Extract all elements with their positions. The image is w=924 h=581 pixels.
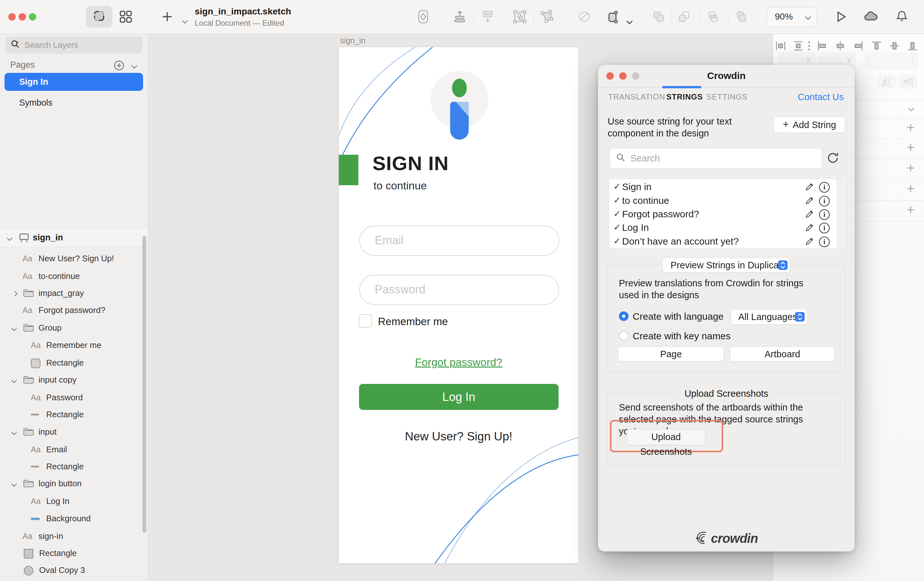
align-right-icon[interactable]: [853, 40, 864, 52]
edit-string-icon[interactable]: [805, 182, 815, 193]
distribute-horizontally-icon[interactable]: [775, 40, 786, 52]
add-shadow-button[interactable]: +: [907, 182, 915, 195]
string-row[interactable]: ✓ Log In i: [609, 220, 834, 234]
string-info-icon[interactable]: i: [819, 196, 830, 206]
rotation-field[interactable]: °: [865, 52, 918, 69]
collapsed-chevron-icon[interactable]: [13, 291, 16, 297]
edit-string-icon[interactable]: [805, 222, 815, 234]
edit-vector-icon[interactable]: [539, 9, 554, 25]
string-row[interactable]: ✓ Forgot password? i: [609, 207, 834, 221]
layer-row[interactable]: impact_gray: [0, 285, 141, 302]
create-with-language-radio[interactable]: [619, 311, 629, 321]
boolean-subtract-icon[interactable]: [676, 9, 692, 25]
zoom-window-button[interactable]: [29, 13, 36, 20]
layer-row[interactable]: input: [0, 423, 141, 440]
section-collapse-chevron[interactable]: [909, 106, 913, 112]
expanded-chevron-icon[interactable]: [12, 378, 16, 384]
add-fill-button[interactable]: +: [907, 141, 915, 154]
expanded-chevron-icon[interactable]: [12, 326, 16, 331]
search-layers-input[interactable]: [24, 40, 121, 50]
boolean-difference-icon[interactable]: [734, 9, 749, 25]
group-selection-icon[interactable]: [512, 9, 528, 25]
insert-chevron-button[interactable]: [177, 13, 193, 28]
string-info-icon[interactable]: i: [819, 237, 830, 247]
flip-horizontal-button[interactable]: [878, 75, 896, 89]
more-options-dots-icon[interactable]: [804, 40, 815, 52]
tab-strings[interactable]: STRINGS: [667, 87, 703, 107]
zoom-level-dropdown[interactable]: 90%: [767, 7, 817, 27]
layer-row[interactable]: Aasign-in: [0, 527, 141, 545]
layer-row[interactable]: AaNew User? Sign Up!: [0, 250, 141, 267]
align-center-horizontal-icon[interactable]: [835, 40, 846, 52]
sign-up-link[interactable]: New User? Sign Up!: [339, 430, 579, 443]
layer-row[interactable]: Rectangle: [0, 458, 141, 475]
strings-search-field[interactable]: [610, 148, 822, 169]
contact-us-link[interactable]: Contact Us: [798, 87, 844, 107]
resize-artboard-icon[interactable]: [606, 9, 621, 25]
cloud-share-button[interactable]: [863, 9, 878, 25]
log-in-button[interactable]: Log In: [359, 384, 559, 410]
layer-row[interactable]: Oval Copy 3: [0, 561, 141, 579]
layer-row[interactable]: AaForgot password?: [0, 301, 141, 319]
password-field[interactable]: Password: [359, 275, 559, 305]
collapse-chevron-icon[interactable]: [8, 236, 12, 242]
artboard-root-row[interactable]: sign_in: [0, 228, 148, 247]
add-page-button[interactable]: [113, 60, 125, 73]
search-layers-field[interactable]: [5, 36, 142, 54]
layer-row[interactable]: Rectangle: [0, 406, 141, 423]
layer-row[interactable]: AaPassword: [0, 389, 141, 406]
preview-strings-dropdown[interactable]: Preview Strings in Duplicate: [663, 258, 790, 273]
minimize-window-button[interactable]: [18, 13, 26, 20]
align-middle-vertical-icon[interactable]: [889, 40, 900, 52]
layer-row[interactable]: login button: [0, 475, 141, 492]
expanded-chevron-icon[interactable]: [12, 482, 16, 487]
refresh-strings-button[interactable]: [827, 152, 839, 166]
layer-row[interactable]: Rectangle: [0, 354, 141, 371]
string-row[interactable]: ✓ to continue i: [609, 194, 834, 207]
string-info-icon[interactable]: i: [819, 223, 830, 233]
layer-row[interactable]: Background: [0, 510, 141, 527]
tab-translation[interactable]: TRANSLATION: [608, 87, 665, 107]
artboard-button[interactable]: Artboard: [730, 347, 835, 361]
expanded-chevron-icon[interactable]: [12, 430, 16, 435]
add-string-button[interactable]: + Add String: [774, 117, 845, 133]
string-row[interactable]: ✓ Don’t have an account yet? i: [609, 234, 834, 248]
layer-row[interactable]: AaRemember me: [0, 336, 141, 354]
layer-row[interactable]: Aato-continue: [0, 267, 141, 285]
sidebar-page-sign-in[interactable]: Sign In: [5, 73, 143, 91]
pages-collapse-chevron[interactable]: [132, 63, 136, 69]
layer-row[interactable]: AaLog In: [0, 492, 141, 510]
sign-in-artboard[interactable]: SIGN IN to continue Email Password Remem…: [339, 47, 579, 563]
strings-search-input[interactable]: [630, 153, 804, 164]
rotate-tool-icon[interactable]: [576, 9, 592, 25]
sidebar-scrollbar[interactable]: [142, 236, 146, 533]
bring-forward-icon[interactable]: [452, 9, 467, 25]
layer-row[interactable]: Group: [0, 319, 141, 336]
email-field[interactable]: Email: [359, 226, 559, 256]
boolean-union-icon[interactable]: [651, 9, 667, 25]
distribute-vertically-icon[interactable]: [792, 40, 804, 52]
align-left-icon[interactable]: [817, 40, 828, 52]
send-backward-icon[interactable]: [480, 9, 495, 25]
canvas-view-toggle[interactable]: [86, 6, 112, 28]
align-bottom-icon[interactable]: [907, 40, 918, 52]
artboard-canvas-label[interactable]: sign_in: [340, 36, 365, 45]
string-info-icon[interactable]: i: [819, 182, 830, 193]
create-with-key-names-radio[interactable]: [619, 331, 629, 341]
notifications-bell-button[interactable]: [894, 9, 909, 25]
page-button[interactable]: Page: [618, 347, 724, 361]
edit-string-icon[interactable]: [805, 236, 815, 247]
sidebar-page-symbols[interactable]: Symbols: [5, 95, 143, 111]
layer-row[interactable]: Rectangle: [0, 545, 141, 562]
resize-chevron-icon[interactable]: [622, 13, 637, 29]
upload-screenshots-button[interactable]: Upload Screenshots: [627, 429, 706, 445]
strings-list-scrollbar[interactable]: [837, 179, 844, 248]
tab-settings[interactable]: SETTINGS: [706, 87, 747, 107]
edit-string-icon[interactable]: [805, 209, 815, 220]
language-dropdown[interactable]: All Languages: [731, 309, 807, 324]
boolean-intersect-icon[interactable]: [706, 9, 721, 25]
add-blur-button[interactable]: +: [907, 203, 915, 217]
flip-vertical-button[interactable]: [899, 75, 917, 89]
forgot-password-link[interactable]: Forgot password?: [339, 356, 579, 369]
add-border-button[interactable]: +: [907, 161, 915, 175]
